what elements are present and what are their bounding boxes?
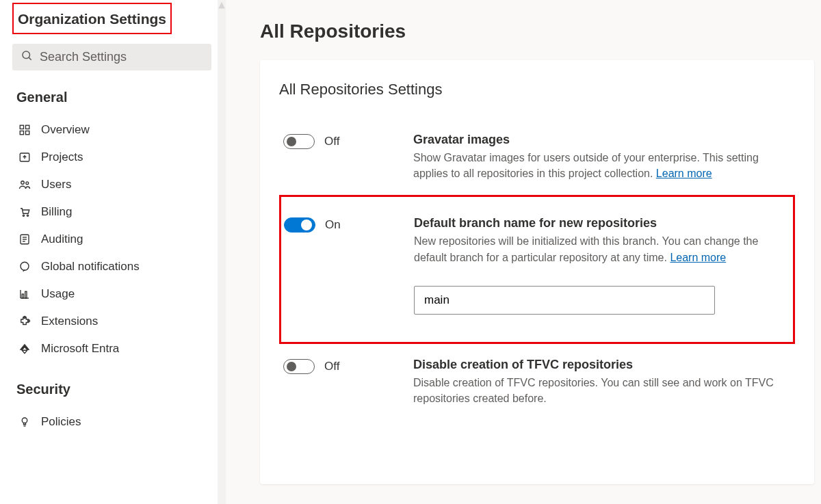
setting-default-branch: On Default branch name for new repositor…	[284, 205, 790, 328]
sidebar-section-security: Security	[16, 382, 211, 397]
svg-point-19	[28, 320, 30, 322]
svg-point-9	[23, 215, 24, 216]
sidebar-item-global-notifications[interactable]: Global notifications	[12, 253, 211, 280]
svg-rect-16	[22, 294, 23, 298]
svg-point-15	[21, 262, 29, 270]
svg-point-0	[23, 51, 30, 59]
setting-gravatar: Off Gravatar images Show Gravatar images…	[279, 122, 795, 195]
sidebar-item-label: Global notifications	[41, 260, 140, 274]
gravatar-title: Gravatar images	[413, 133, 795, 147]
gravatar-toggle[interactable]	[283, 134, 315, 149]
puzzle-icon	[18, 315, 31, 328]
users-icon	[18, 178, 31, 191]
svg-rect-4	[20, 131, 23, 135]
search-placeholder: Search Settings	[40, 50, 127, 64]
svg-rect-3	[26, 125, 29, 129]
grid-icon	[18, 123, 31, 137]
sidebar-item-label: Auditing	[41, 233, 83, 246]
sidebar-item-label: Billing	[41, 205, 72, 219]
settings-card: All Repositories Settings Off Gravatar i…	[260, 60, 814, 484]
sidebar-item-auditing[interactable]: Auditing	[12, 226, 211, 253]
search-icon	[21, 49, 33, 65]
highlight-default-branch: On Default branch name for new repositor…	[279, 195, 795, 343]
entra-icon	[18, 342, 31, 356]
sidebar-item-policies[interactable]: Policies	[12, 408, 211, 436]
chart-icon	[18, 287, 31, 301]
disable-tfvc-toggle-state: Off	[324, 360, 339, 373]
sidebar-item-label: Extensions	[41, 315, 98, 328]
sidebar-item-overview[interactable]: Overview	[12, 116, 211, 144]
list-icon	[18, 233, 31, 246]
bulb-icon	[18, 415, 31, 429]
sidebar: Organization Settings Search Settings Ge…	[0, 0, 226, 504]
disable-tfvc-description: Disable creation of TFVC repositories. Y…	[413, 375, 795, 406]
setting-disable-tfvc: Off Disable creation of TFVC repositorie…	[279, 347, 795, 420]
sidebar-item-extensions[interactable]: Extensions	[12, 308, 211, 335]
svg-point-7	[21, 181, 25, 185]
cart-icon	[18, 205, 31, 219]
default-branch-toggle-state: On	[325, 218, 341, 232]
default-branch-learn-more-link[interactable]: Learn more	[670, 252, 726, 263]
sidebar-item-usage[interactable]: Usage	[12, 280, 211, 308]
sidebar-item-billing[interactable]: Billing	[12, 198, 211, 226]
disable-tfvc-toggle[interactable]	[283, 359, 315, 374]
gravatar-description: Show Gravatar images for users outside o…	[413, 150, 795, 181]
svg-rect-17	[25, 291, 27, 298]
page-title: All Repositories	[260, 21, 814, 42]
sidebar-item-users[interactable]: Users	[12, 171, 211, 198]
default-branch-toggle[interactable]	[284, 217, 315, 233]
svg-point-10	[27, 215, 28, 216]
bubble-icon	[18, 260, 31, 274]
svg-rect-5	[26, 131, 29, 135]
main-content: All Repositories All Repositories Settin…	[226, 0, 821, 504]
sidebar-item-microsoft-entra[interactable]: Microsoft Entra	[12, 335, 211, 362]
svg-line-1	[29, 57, 31, 59]
sidebar-item-label: Usage	[41, 287, 75, 301]
scrollbar-thumb[interactable]	[218, 0, 226, 10]
gravatar-learn-more-link[interactable]: Learn more	[656, 168, 712, 179]
sidebar-title: Organization Settings	[12, 3, 172, 34]
sidebar-item-projects[interactable]: Projects	[12, 144, 211, 171]
gravatar-toggle-state: Off	[324, 135, 339, 148]
scrollbar-track[interactable]	[218, 0, 226, 504]
default-branch-title: Default branch name for new repositories	[414, 216, 790, 230]
sidebar-section-general: General	[16, 90, 211, 105]
upload-icon	[18, 150, 31, 164]
default-branch-input[interactable]	[414, 286, 715, 315]
svg-point-8	[26, 182, 29, 185]
sidebar-item-label: Overview	[41, 123, 90, 137]
search-input[interactable]: Search Settings	[12, 44, 211, 70]
sidebar-item-label: Policies	[41, 415, 81, 429]
disable-tfvc-title: Disable creation of TFVC repositories	[413, 358, 795, 372]
svg-point-20	[22, 418, 27, 423]
svg-rect-2	[20, 125, 23, 129]
sidebar-item-label: Projects	[41, 150, 83, 164]
card-title: All Repositories Settings	[279, 81, 795, 98]
sidebar-item-label: Microsoft Entra	[41, 342, 119, 356]
sidebar-item-label: Users	[41, 178, 71, 191]
default-branch-description: New repositories will be initialized wit…	[414, 233, 790, 265]
